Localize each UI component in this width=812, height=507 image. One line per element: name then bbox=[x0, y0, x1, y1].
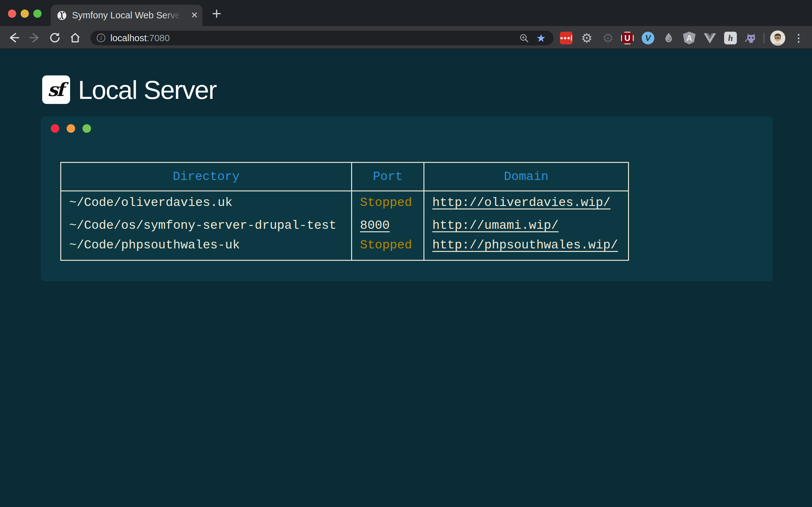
forward-icon[interactable] bbox=[27, 31, 42, 45]
column-header-domain: Domain bbox=[424, 163, 629, 191]
browser-tab-bar: Symfony Local Web Server: Prox ✕ + bbox=[0, 0, 812, 26]
browser-menu-icon[interactable]: ⋮ bbox=[793, 31, 804, 46]
column-header-port: Port bbox=[352, 163, 424, 191]
tab-close-icon[interactable]: ✕ bbox=[187, 5, 202, 26]
directory-cell: ~/Code/oliverdavies.uk bbox=[61, 191, 352, 214]
extension-vimium-icon[interactable]: V bbox=[642, 32, 654, 44]
extension-github-octocat-icon[interactable] bbox=[745, 32, 757, 44]
table-row: ~/Code/oliverdavies.uk Stopped http://ol… bbox=[61, 191, 629, 214]
url-host: localhost bbox=[110, 33, 147, 43]
reload-icon[interactable] bbox=[48, 31, 62, 45]
browser-tab[interactable]: Symfony Local Web Server: Prox ✕ bbox=[51, 5, 202, 26]
zoom-page-icon[interactable] bbox=[519, 33, 529, 43]
port-link[interactable]: 8000 bbox=[360, 219, 390, 233]
page-title: Local Server bbox=[78, 76, 216, 105]
extension-h-icon[interactable]: h bbox=[724, 32, 737, 44]
extension-gear-disabled-icon[interactable]: ⚙ bbox=[602, 32, 614, 44]
extension-vue-icon[interactable] bbox=[704, 32, 716, 44]
table-row: ~/Code/os/symfony-server-drupal-test 800… bbox=[61, 214, 629, 237]
domain-link[interactable]: http://oliverdavies.wip/ bbox=[432, 196, 611, 210]
column-header-directory: Directory bbox=[61, 163, 352, 191]
panel-red-dot-icon bbox=[51, 124, 59, 133]
tab-title-fade bbox=[163, 6, 184, 25]
directory-cell: ~/Code/os/symfony-server-drupal-test bbox=[61, 214, 352, 237]
home-icon[interactable] bbox=[68, 31, 83, 45]
port-status-cell: Stopped bbox=[352, 237, 424, 261]
symfony-favicon-icon bbox=[57, 11, 67, 20]
address-bar[interactable]: i localhost:7080 ★ bbox=[90, 31, 554, 45]
domain-link[interactable]: http://phpsouthwales.wip/ bbox=[432, 238, 618, 252]
table-header-row: Directory Port Domain bbox=[61, 163, 629, 191]
table-row: ~/Code/phpsouthwales-uk Stopped http://p… bbox=[61, 237, 629, 261]
window-close-button[interactable] bbox=[8, 9, 16, 18]
extension-ublock-icon[interactable]: U bbox=[621, 32, 634, 44]
server-panel: Directory Port Domain ~/Code/oliverdavie… bbox=[41, 116, 773, 281]
servers-table: Directory Port Domain ~/Code/oliverdavie… bbox=[60, 162, 629, 261]
profile-avatar[interactable] bbox=[770, 31, 785, 46]
extension-lastpass-icon[interactable] bbox=[560, 32, 572, 44]
extension-gear-icon[interactable]: ⚙ bbox=[580, 32, 593, 44]
window-minimize-button[interactable] bbox=[20, 9, 29, 18]
page-viewport: sf Local Server Directory Port Domain ~/… bbox=[0, 49, 812, 507]
window-zoom-button[interactable] bbox=[33, 9, 42, 18]
new-tab-button[interactable]: + bbox=[208, 5, 225, 23]
panel-orange-dot-icon bbox=[67, 124, 75, 133]
domain-link[interactable]: http://umami.wip/ bbox=[432, 219, 559, 233]
toolbar-separator bbox=[763, 33, 764, 43]
site-info-icon[interactable]: i bbox=[97, 34, 105, 42]
extension-drupal-icon[interactable] bbox=[662, 32, 675, 44]
url-text[interactable]: localhost:7080 bbox=[110, 31, 170, 45]
panel-green-dot-icon bbox=[83, 124, 91, 133]
directory-cell: ~/Code/phpsouthwales-uk bbox=[61, 237, 352, 261]
bookmark-star-icon[interactable]: ★ bbox=[537, 31, 546, 45]
back-icon[interactable] bbox=[7, 31, 21, 45]
symfony-logo: sf bbox=[42, 75, 70, 104]
url-port: :7080 bbox=[147, 33, 170, 43]
port-status-cell: Stopped bbox=[352, 191, 424, 214]
